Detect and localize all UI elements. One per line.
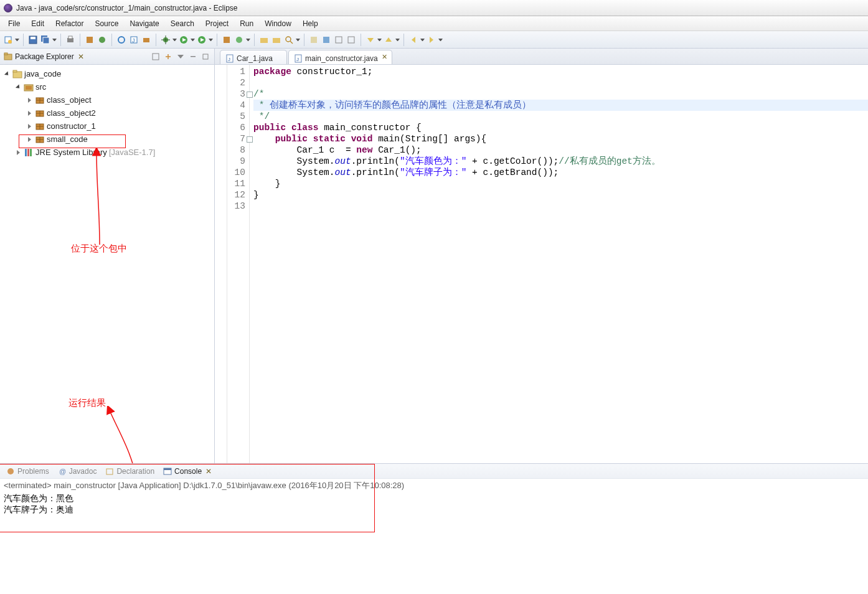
new-button[interactable] — [2, 34, 14, 45]
save-button[interactable] — [27, 34, 39, 45]
open-folder-button[interactable] — [258, 34, 270, 45]
menu-help[interactable]: Help — [297, 17, 324, 30]
chevron-down-icon[interactable] — [15, 83, 22, 90]
close-icon[interactable]: ✕ — [78, 52, 84, 61]
maximize-button[interactable] — [200, 52, 210, 62]
menu-search[interactable]: Search — [165, 17, 200, 30]
console-icon — [163, 467, 172, 476]
dropdown-icon[interactable] — [246, 39, 250, 41]
prev-annotation-button[interactable] — [383, 34, 394, 45]
console-status: <terminated> main_constructor [Java Appl… — [4, 480, 864, 491]
svg-rect-42 — [13, 70, 17, 72]
build-button[interactable] — [84, 34, 95, 45]
link-editor-button[interactable] — [163, 52, 173, 62]
collapse-all-button[interactable] — [151, 52, 161, 62]
annotation-label: 位于这个包中 — [71, 243, 127, 255]
show-whitespace-button[interactable] — [346, 34, 357, 45]
tree-src[interactable]: src — [1, 80, 213, 93]
svg-rect-3 — [31, 37, 35, 39]
svg-rect-59 — [30, 149, 32, 156]
menu-edit[interactable]: Edit — [26, 17, 50, 30]
tree-package-class_object2[interactable]: class_object2 — [1, 106, 213, 120]
dropdown-icon[interactable] — [377, 39, 382, 41]
run-last-button[interactable] — [196, 34, 207, 45]
new-package-button[interactable] — [141, 34, 152, 45]
minimize-button[interactable] — [188, 52, 198, 62]
print-button[interactable] — [65, 34, 76, 45]
svg-point-66 — [7, 468, 14, 474]
svg-point-22 — [236, 37, 242, 43]
save-all-button[interactable] — [40, 34, 51, 45]
open-type-button[interactable] — [97, 34, 108, 45]
package-explorer-header: Package Explorer ✕ — [0, 49, 214, 65]
toggle-block-button[interactable] — [333, 34, 344, 45]
tab-car_1[interactable]: J Car_1.java — [220, 50, 287, 64]
tab-label: main_constructor.java — [305, 54, 378, 63]
dropdown-icon[interactable] — [15, 39, 19, 41]
annotation-next-button[interactable] — [308, 34, 319, 45]
tree-label: constructor_1 — [47, 121, 96, 131]
tab-problems[interactable]: Problems — [6, 467, 49, 476]
dropdown-icon[interactable] — [209, 39, 213, 41]
dropdown-icon[interactable] — [296, 39, 300, 41]
menu-navigate[interactable]: Navigate — [124, 17, 164, 30]
svg-marker-34 — [430, 37, 433, 43]
next-annotation-button[interactable] — [365, 34, 376, 45]
tree-label: class_object — [47, 95, 92, 105]
search-button[interactable] — [283, 34, 295, 45]
menu-run[interactable]: Run — [234, 17, 259, 30]
view-menu-button[interactable] — [176, 52, 186, 62]
svg-rect-36 — [4, 53, 7, 55]
chevron-right-icon[interactable] — [26, 97, 33, 103]
close-icon[interactable]: ✕ — [205, 467, 212, 476]
svg-rect-57 — [25, 149, 27, 156]
dropdown-icon[interactable] — [395, 39, 400, 41]
skip-breakpoints-button[interactable] — [116, 34, 127, 45]
svg-point-10 — [118, 37, 125, 43]
dropdown-icon[interactable] — [420, 39, 425, 41]
chevron-right-icon[interactable] — [15, 149, 22, 156]
tab-console[interactable]: Console ✕ — [163, 467, 212, 476]
chevron-right-icon[interactable] — [26, 123, 33, 130]
console-body[interactable]: <terminated> main_constructor [Java Appl… — [0, 479, 868, 517]
run-button[interactable] — [178, 34, 189, 45]
tree-package-small_code[interactable]: small_code — [1, 133, 213, 146]
back-button[interactable] — [408, 34, 419, 45]
declaration-icon — [105, 467, 114, 476]
chevron-right-icon[interactable] — [26, 136, 33, 143]
tree-jre[interactable]: JRE System Library [JavaSE-1.7] — [1, 146, 213, 159]
package-icon — [35, 108, 45, 118]
menu-window[interactable]: Window — [259, 17, 297, 30]
forward-button[interactable] — [426, 34, 437, 45]
tab-declaration[interactable]: Declaration — [105, 467, 154, 476]
menu-file[interactable]: File — [2, 17, 26, 30]
dropdown-icon[interactable] — [191, 39, 195, 41]
tree-project[interactable]: java_code — [1, 67, 213, 80]
svg-point-9 — [99, 37, 105, 43]
svg-rect-13 — [143, 38, 149, 42]
close-tab-icon[interactable]: ✕ — [380, 52, 389, 61]
tree-package-constructor_1[interactable]: constructor_1 — [1, 120, 213, 133]
eclipse-icon — [4, 4, 12, 12]
menu-source[interactable]: Source — [89, 17, 124, 30]
tree-label: java_code — [24, 69, 61, 78]
chevron-down-icon[interactable] — [4, 70, 11, 77]
open-resource-button[interactable] — [271, 34, 282, 45]
menu-refactor[interactable]: Refactor — [50, 17, 89, 30]
debug-button[interactable] — [160, 34, 171, 45]
svg-rect-8 — [87, 37, 93, 43]
dropdown-icon[interactable] — [52, 39, 57, 41]
dropdown-icon[interactable] — [172, 39, 177, 41]
new-interface-button[interactable] — [234, 34, 245, 45]
toggle-mark-button[interactable] — [321, 34, 332, 45]
svg-rect-37 — [153, 54, 159, 60]
dropdown-icon[interactable] — [438, 39, 443, 41]
tab-javadoc[interactable]: @ Javadoc — [58, 467, 97, 476]
svg-rect-21 — [224, 37, 230, 43]
menu-project[interactable]: Project — [200, 17, 234, 30]
new-class-button[interactable] — [221, 34, 232, 45]
new-java-button[interactable]: J — [128, 34, 139, 45]
chevron-right-icon[interactable] — [26, 110, 33, 116]
tree-package-class_object[interactable]: class_object — [1, 93, 213, 106]
tab-main_constructor[interactable]: J main_constructor.java ✕ — [288, 50, 392, 64]
